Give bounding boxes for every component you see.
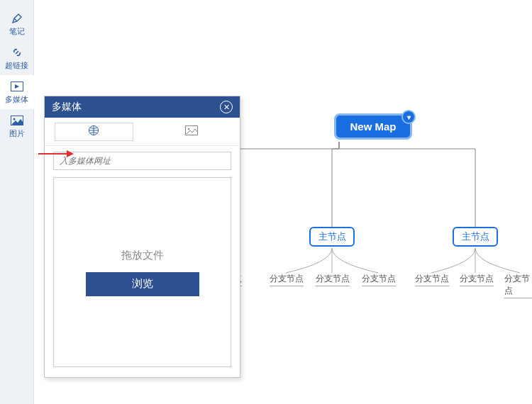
svg-point-2	[13, 118, 15, 120]
svg-point-5	[187, 128, 189, 130]
mindmap-sub-node[interactable]: 分支节点	[270, 273, 304, 286]
drop-hint-text: 拖放文件	[121, 249, 164, 262]
main-node-label: 主节点	[318, 230, 346, 243]
mindmap-root-node[interactable]: New Map	[334, 113, 412, 140]
tab-web-url[interactable]	[55, 123, 133, 141]
close-button[interactable]: ✕	[220, 101, 233, 113]
tab-image[interactable]	[153, 123, 231, 141]
browse-button[interactable]: 浏览	[86, 272, 199, 296]
link-icon	[11, 46, 23, 59]
image-icon	[185, 125, 198, 138]
image-icon	[11, 114, 23, 127]
annotation-arrow	[38, 153, 72, 155]
panel-title: 多媒体	[52, 101, 82, 113]
panel-header: 多媒体 ✕	[45, 96, 240, 118]
media-url-input[interactable]	[53, 152, 231, 170]
mindmap-sub-node[interactable]: 分支节点	[316, 273, 350, 286]
media-icon	[11, 80, 23, 93]
mindmap-sub-node[interactable]: 分支节点	[415, 273, 449, 286]
sidebar-item-label: 超链接	[5, 60, 28, 71]
sidebar-item-hyperlink[interactable]: 超链接	[0, 41, 34, 75]
pencil-icon	[11, 12, 23, 25]
main-node-label: 主节点	[462, 230, 489, 243]
sidebar-item-label: 笔记	[9, 26, 25, 37]
file-drop-area[interactable]: 拖放文件 浏览	[53, 177, 231, 367]
browse-button-label: 浏览	[132, 277, 153, 291]
panel-tabs	[45, 118, 240, 146]
close-icon: ✕	[223, 103, 230, 111]
root-node-label: New Map	[350, 120, 396, 133]
sidebar: 笔记 超链接 多媒体 图片	[0, 0, 34, 404]
sidebar-item-media[interactable]: 多媒体	[0, 75, 34, 109]
sidebar-item-image[interactable]: 图片	[0, 109, 34, 143]
globe-icon	[88, 125, 99, 139]
mindmap-sub-node[interactable]: 分支节点	[504, 273, 532, 298]
mindmap-sub-node[interactable]: 分支节点	[460, 273, 494, 286]
sidebar-item-label: 图片	[9, 128, 25, 139]
mindmap-main-node[interactable]: 主节点	[309, 227, 355, 247]
media-panel: 多媒体 ✕ 拖放文件 浏览	[44, 96, 240, 378]
sidebar-item-notes[interactable]: 笔记	[0, 7, 34, 41]
mindmap-sub-node[interactable]: 分支节点	[362, 273, 396, 286]
url-input-row	[45, 146, 240, 170]
sidebar-item-label: 多媒体	[5, 94, 28, 105]
mindmap-main-node[interactable]: 主节点	[453, 227, 498, 247]
